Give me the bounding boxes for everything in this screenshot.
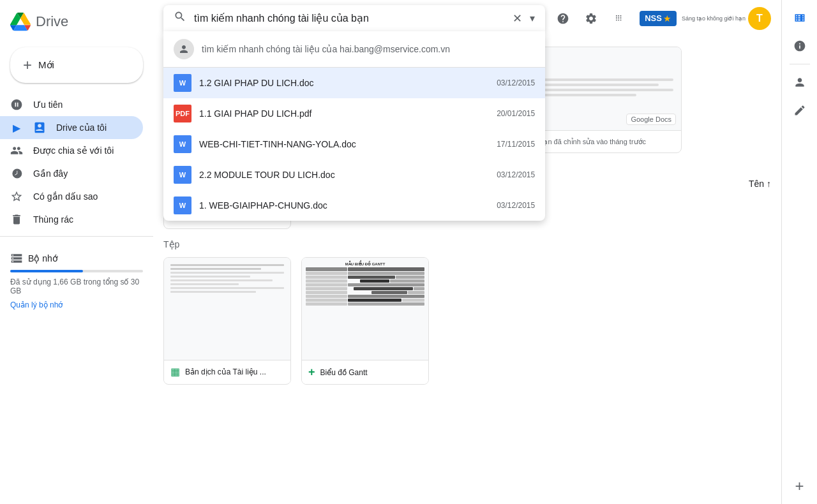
right-panel-info[interactable] [787, 33, 813, 59]
main-content: ✕ ▾ tìm kiếm nhanh chóng tài liệu của ha… [153, 0, 781, 504]
right-panel-user[interactable] [787, 70, 813, 95]
sort-up-icon: ↑ [767, 179, 771, 189]
right-panel-edit[interactable] [787, 98, 813, 123]
search-email-suggestion[interactable]: tìm kiếm nhanh chóng tài liệu của hai.ba… [163, 31, 545, 68]
search-input-wrapper: ✕ ▾ [163, 5, 545, 31]
result-filename-3: 2.2 MODULE TOUR DU LICH.doc [199, 170, 489, 180]
help-button[interactable] [550, 6, 576, 31]
top-right-actions: NSS ★ Sáng tạo không giới hạn T [550, 6, 771, 31]
word-icon-2: W [174, 135, 191, 153]
search-clear-icon[interactable]: ✕ [513, 11, 522, 26]
top-bar: ✕ ▾ tìm kiếm nhanh chóng tài liệu của ha… [153, 0, 781, 36]
word-icon-4: W [174, 196, 191, 214]
result-filename-4: 1. WEB-GIAIPHAP-CHUNG.doc [199, 200, 489, 211]
search-result-3[interactable]: W 2.2 MODULE TOUR DU LICH.doc 03/12/2015 [163, 159, 545, 190]
word-icon-3: W [174, 166, 191, 184]
right-panel: + [781, 0, 817, 504]
sidebar-item-label: Thùng rác [33, 214, 73, 225]
user-avatar[interactable]: T [748, 7, 771, 30]
result-filename-0: 1.2 GIAI PHAP DU LICH.doc [199, 78, 489, 88]
priority-icon [10, 98, 23, 111]
search-result-0[interactable]: W 1.2 GIAI PHAP DU LICH.doc 03/12/2015 [163, 68, 545, 98]
sidebar-item-starred[interactable]: Có gắn dấu sao [0, 185, 143, 208]
sidebar-item-recent[interactable]: Gần đây [0, 162, 143, 185]
file-footer-bản-dịch: ▦ Bản dịch của Tài liệu ... [164, 360, 290, 383]
gantt-plus-icon: + [308, 366, 315, 379]
file-preview-gantt: MẪU BIỂU ĐỒ GANTT [302, 258, 428, 360]
right-panel-add-button[interactable]: + [787, 473, 813, 499]
file-name-gantt: Biểu đồ Gantt [320, 368, 422, 377]
result-date-3: 03/12/2015 [497, 170, 535, 179]
result-date-4: 03/12/2015 [497, 201, 535, 210]
drive-logo-icon [10, 11, 31, 32]
app-title: Drive [36, 13, 68, 30]
email-suggestion-text: tìm kiếm nhanh chóng tài liệu của hai.ba… [202, 44, 450, 54]
shared-icon [10, 144, 23, 157]
trash-icon [10, 213, 23, 226]
right-panel-grid-view[interactable] [787, 5, 813, 31]
nss-logo[interactable]: NSS ★ Sáng tạo không giới hạn [640, 11, 746, 26]
result-date-1: 20/01/2015 [497, 109, 535, 118]
sidebar-item-priority[interactable]: Ưu tiên [0, 93, 143, 116]
storage-bar-background [10, 270, 143, 272]
apps-button[interactable] [606, 6, 632, 31]
sidebar-item-shared[interactable]: Được chia sẻ với tôi [0, 139, 143, 162]
settings-button[interactable] [578, 6, 604, 31]
result-filename-1: 1.1 GIAI PHAP DU LICH.pdf [199, 108, 489, 119]
search-result-4[interactable]: W 1. WEB-GIAIPHAP-CHUNG.doc 03/12/2015 [163, 190, 545, 221]
file-name-bản-dịch: Bản dịch của Tài liệu ... [185, 367, 284, 376]
search-dropdown: tìm kiếm nhanh chóng tài liệu của hai.ba… [163, 31, 545, 221]
person-icon [174, 39, 194, 59]
sheets-icon: ▦ [170, 366, 180, 378]
sidebar-item-label: Có gắn dấu sao [33, 191, 98, 202]
recent-file-meta-2: Bạn đã chỉnh sửa vào tháng trước [539, 138, 673, 146]
search-result-2[interactable]: W WEB-CHI-TIET-TINH-NANG-YOLA.doc 17/11/… [163, 129, 545, 159]
sort-label: Tên [749, 179, 764, 189]
search-dropdown-toggle[interactable]: ▾ [530, 12, 535, 24]
nss-badge: NSS ★ [640, 11, 677, 26]
pdf-icon: PDF [174, 105, 191, 122]
sidebar-item-label: Được chia sẻ với tôi [33, 145, 114, 156]
plus-icon: + [23, 56, 32, 74]
storage-label: Bộ nhớ [28, 253, 58, 263]
new-button-label: Mới [38, 59, 54, 71]
storage-icon [10, 252, 23, 265]
sidebar-item-label: Ưu tiên [33, 100, 63, 110]
search-result-1[interactable]: PDF 1.1 GIAI PHAP DU LICH.pdf 20/01/2015 [163, 98, 545, 129]
recent-icon [10, 167, 23, 180]
sidebar-item-label: Drive của tôi [56, 122, 107, 133]
search-icon [174, 10, 186, 26]
search-box: ✕ ▾ tìm kiếm nhanh chóng tài liệu của ha… [163, 5, 545, 31]
new-button[interactable]: + Mới [10, 47, 143, 83]
sidebar: Drive + Mới Ưu tiên ▶ Drive của tôi [0, 0, 153, 504]
storage-bar-fill [10, 270, 83, 272]
result-date-2: 17/11/2015 [497, 140, 535, 149]
file-footer-gantt: + Biểu đồ Gantt [302, 360, 428, 384]
sidebar-nav: Ưu tiên ▶ Drive của tôi Được chia sẻ với… [0, 93, 153, 499]
storage-used-text: Đã sử dụng 1,66 GB trong tổng số 30 GB [10, 278, 143, 295]
files-section-title: Tệp [163, 239, 771, 249]
chevron-right-icon: ▶ [10, 121, 23, 134]
file-preview-bản-dịch [164, 258, 290, 360]
my-drive-icon [33, 121, 46, 134]
manage-storage-link[interactable]: Quản lý bộ nhớ [10, 300, 143, 309]
google-docs-badge: Google Docs [626, 114, 676, 125]
search-input[interactable] [194, 13, 505, 24]
right-panel-divider [790, 64, 810, 64]
sidebar-item-my-drive[interactable]: ▶ Drive của tôi [0, 116, 143, 139]
star-icon [10, 190, 23, 203]
files-grid: ▦ Bản dịch của Tài liệu ... MẪU BIỂU ĐỒ … [163, 257, 771, 385]
file-card-bản-dịch[interactable]: ▦ Bản dịch của Tài liệu ... [163, 257, 291, 385]
sidebar-item-trash[interactable]: Thùng rác [0, 208, 143, 231]
sort-button[interactable]: Tên ↑ [749, 179, 771, 189]
storage-section: Bộ nhớ Đã sử dụng 1,66 GB trong tổng số … [0, 242, 153, 315]
result-filename-2: WEB-CHI-TIET-TINH-NANG-YOLA.doc [199, 139, 489, 149]
sidebar-item-label: Gần đây [33, 168, 68, 179]
sidebar-header: Drive [0, 5, 153, 42]
nav-divider [0, 236, 153, 237]
word-icon: W [174, 74, 191, 92]
file-card-gantt[interactable]: MẪU BIỂU ĐỒ GANTT [301, 257, 429, 385]
result-date-0: 03/12/2015 [497, 78, 535, 87]
